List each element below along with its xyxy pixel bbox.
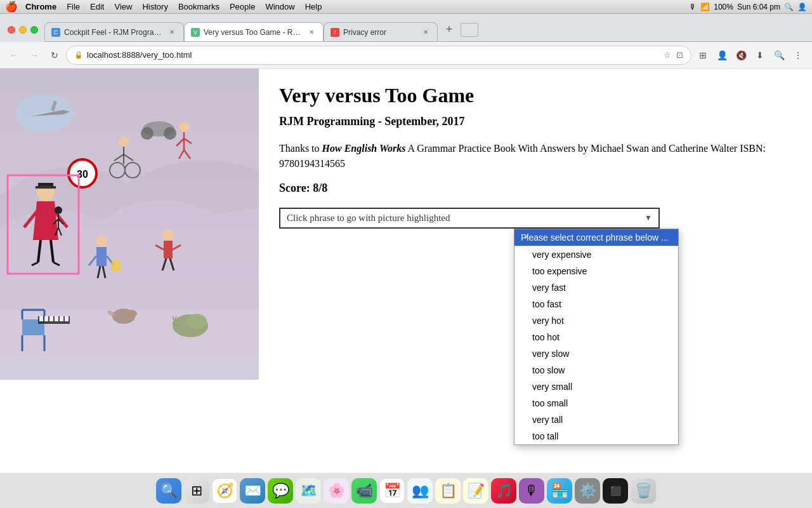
right-panel: Very versus Too Game RJM Programming - S… xyxy=(259,69,812,508)
dropdown-option-too-expensive[interactable]: too expensive xyxy=(514,263,678,279)
menubar-right: 🎙 📶 100% Sun 6:04 pm 🔍 👤 xyxy=(689,3,807,11)
dock-finder[interactable]: 🔍 xyxy=(156,478,181,504)
search-button[interactable]: 🔍 xyxy=(770,46,788,64)
forward-button[interactable]: → xyxy=(25,46,43,64)
tab-privacy-close[interactable]: ✕ xyxy=(421,27,431,37)
minimize-window-button[interactable] xyxy=(19,26,27,34)
dropdown-option-too-fast[interactable]: too fast xyxy=(514,296,678,312)
menubar-window[interactable]: Window xyxy=(265,2,294,11)
dock-mail[interactable]: ✉️ xyxy=(240,478,265,504)
menubar-edit[interactable]: Edit xyxy=(90,2,104,11)
svg-point-11 xyxy=(179,122,189,132)
dock-contacts[interactable]: 👥 xyxy=(407,478,433,504)
dock-safari[interactable]: 🧭 xyxy=(212,478,237,504)
dropdown-option-very-expensive[interactable]: very expensive xyxy=(514,246,678,263)
dropdown-option-very-hot[interactable]: very hot xyxy=(514,312,678,329)
svg-point-53 xyxy=(127,310,137,318)
svg-rect-66 xyxy=(65,316,69,321)
dropdown-option-too-hot[interactable]: too hot xyxy=(514,329,678,345)
menu-button[interactable]: ⋮ xyxy=(789,46,807,64)
search-menubar-icon[interactable]: 🔍 xyxy=(784,3,794,11)
menubar-help[interactable]: Help xyxy=(305,2,322,11)
tab-cockpit-close[interactable]: ✕ xyxy=(167,27,177,37)
score-display: Score: 8/8 xyxy=(279,182,792,195)
address-bar[interactable]: 🔒 localhost:8888/very_too.html ☆ ⊡ xyxy=(66,46,691,65)
dock-podcasts[interactable]: 🎙 xyxy=(519,478,544,504)
dock-facetime[interactable]: 📹 xyxy=(351,478,377,504)
dropdown-option-very-fast[interactable]: very fast xyxy=(514,279,678,296)
phrase-prompt-text: Click phrase to go with picture highligh… xyxy=(287,213,639,224)
dropdown-option-please-select[interactable]: Please select correct phrase below ... xyxy=(514,229,678,246)
dock-music[interactable]: 🎵 xyxy=(491,478,516,504)
svg-point-19 xyxy=(164,127,176,140)
dock-calendar[interactable]: 📅 xyxy=(379,478,405,504)
profile-icon[interactable]: 👤 xyxy=(797,3,807,11)
svg-rect-65 xyxy=(60,316,63,321)
new-tab-button[interactable]: + xyxy=(440,21,458,39)
tab-cockpit[interactable]: C Cockpit Feel - RJM Programmi... ✕ xyxy=(44,22,184,41)
menubar-bookmarks[interactable]: Bookmarks xyxy=(178,2,219,11)
nav-right-icons: ⊞ 👤 🔇 ⬇ 🔍 ⋮ xyxy=(694,46,807,64)
image-panel: 30 xyxy=(0,69,259,380)
dock-settings[interactable]: ⚙️ xyxy=(575,478,600,504)
svg-rect-61 xyxy=(39,316,43,321)
dock-messages[interactable]: 💬 xyxy=(268,478,293,504)
dropdown-arrow-icon: ▼ xyxy=(645,213,652,223)
svg-point-29 xyxy=(55,206,62,214)
dock-terminal[interactable]: ⬛ xyxy=(603,478,628,504)
dock-appstore[interactable]: 🏪 xyxy=(547,478,572,504)
menubar-file[interactable]: File xyxy=(67,2,80,11)
tab-list-button[interactable] xyxy=(461,23,478,37)
address-text: localhost:8888/very_too.html xyxy=(87,50,660,60)
dropdown-option-very-small[interactable]: very small xyxy=(514,378,678,395)
dropdown-option-too-tall[interactable]: too tall xyxy=(514,428,678,444)
address-bar-icons: ☆ ⊡ xyxy=(664,50,683,60)
svg-point-49 xyxy=(187,314,207,329)
nav-bar: ← → ↻ 🔒 localhost:8888/very_too.html ☆ ⊡… xyxy=(0,42,812,69)
scene-svg: 30 xyxy=(0,69,259,380)
tab-privacy-error[interactable]: ! Privacy error ✕ xyxy=(324,22,438,41)
menubar-people[interactable]: People xyxy=(230,2,255,11)
description-book: How English Works xyxy=(322,143,406,154)
cast-icon[interactable]: ⊡ xyxy=(676,50,683,60)
phrase-dropdown[interactable]: Please select correct phrase below ... v… xyxy=(514,229,679,445)
tab-cockpit-favicon: C xyxy=(51,28,60,37)
dock-launchpad[interactable]: ⊞ xyxy=(184,478,209,504)
dropdown-option-too-slow[interactable]: too slow xyxy=(514,362,678,378)
dock-notes[interactable]: 📝 xyxy=(463,478,488,504)
dock-trash[interactable]: 🗑️ xyxy=(631,478,656,504)
dock-reminders[interactable]: 📋 xyxy=(435,478,461,504)
svg-rect-63 xyxy=(49,316,53,321)
reload-button[interactable]: ↻ xyxy=(46,46,63,64)
dock-photos[interactable]: 🌸 xyxy=(324,478,349,504)
menubar-history[interactable]: History xyxy=(142,2,167,11)
close-window-button[interactable] xyxy=(8,26,15,34)
mute-button[interactable]: 🔇 xyxy=(732,46,750,64)
save-button[interactable]: ⬇ xyxy=(751,46,769,64)
dropdown-option-very-slow[interactable]: very slow xyxy=(514,345,678,362)
back-button[interactable]: ← xyxy=(5,46,23,64)
siri-icon[interactable]: 🎙 xyxy=(689,3,697,11)
tab-very-too-favicon: V xyxy=(191,28,200,37)
star-icon[interactable]: ☆ xyxy=(664,50,671,60)
page-description: Thanks to How English Works A Grammar Pr… xyxy=(279,141,792,171)
tab-very-too[interactable]: V Very versus Too Game - RJM P... ✕ xyxy=(184,22,324,41)
phrase-select-box[interactable]: Click phrase to go with picture highligh… xyxy=(279,208,660,229)
dropdown-option-too-small[interactable]: too small xyxy=(514,395,678,411)
apple-menu[interactable]: 🍎 xyxy=(5,1,18,13)
profile-button[interactable]: 👤 xyxy=(713,46,731,64)
tab-privacy-favicon: ! xyxy=(331,28,339,37)
battery-icon[interactable]: 100% xyxy=(714,3,733,11)
maximize-window-button[interactable] xyxy=(30,26,38,34)
dropdown-option-very-tall[interactable]: very tall xyxy=(514,411,678,428)
page-content: 30 xyxy=(0,69,812,508)
menubar-chrome[interactable]: Chrome xyxy=(25,2,56,11)
svg-rect-36 xyxy=(96,247,107,266)
menubar-view[interactable]: View xyxy=(114,2,132,11)
dock-maps[interactable]: 🗺️ xyxy=(296,478,321,504)
extensions-button[interactable]: ⊞ xyxy=(694,46,712,64)
tab-very-too-close[interactable]: ✕ xyxy=(306,27,317,37)
wifi-icon[interactable]: 📶 xyxy=(700,3,710,11)
svg-point-35 xyxy=(96,236,107,247)
tab-cockpit-title: Cockpit Feel - RJM Programmi... xyxy=(64,28,163,37)
